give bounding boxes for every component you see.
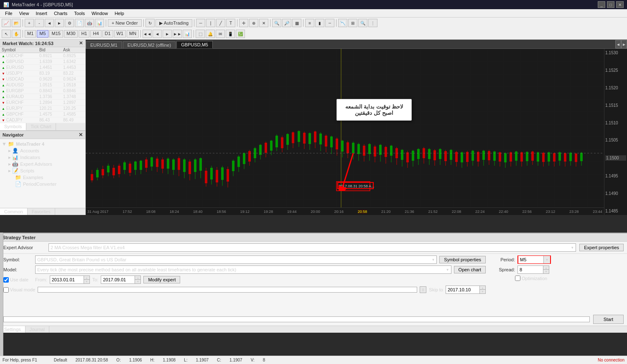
obj-button[interactable]: ⬚ xyxy=(196,30,205,38)
minimize-button[interactable]: _ xyxy=(598,1,605,8)
back-btn[interactable]: ◄◄ xyxy=(143,30,152,38)
period-field[interactable] xyxy=(518,256,543,263)
chart-back-button[interactable]: ◄ xyxy=(45,19,54,27)
zoom-in2-button[interactable]: 🔍 xyxy=(272,19,281,27)
line-chart-button[interactable]: ╌ xyxy=(325,19,334,27)
crosshair-button[interactable]: ✛ xyxy=(239,19,248,27)
modify-expert-button[interactable]: Modify expert xyxy=(143,276,180,283)
market-watch-row[interactable]: ▲ USDCHF 0.8921 0.8925 xyxy=(0,53,85,59)
expert-properties-button[interactable]: Expert properties xyxy=(579,244,624,251)
skip-to-input[interactable]: ▲ ▼ xyxy=(446,286,486,294)
tab-eurusd-m2[interactable]: EURUSD,M2 (offline) xyxy=(123,41,176,48)
ea-dropdown[interactable]: 2 MA Crosses Mega filter EA V1.ex4 ▼ xyxy=(48,243,576,252)
indicator2-button[interactable]: 📉 xyxy=(338,19,347,27)
skip-to-spinners[interactable]: ▲ ▼ xyxy=(479,286,485,293)
zoom-in-button[interactable]: + xyxy=(25,19,34,27)
open-button[interactable]: 📂 xyxy=(12,19,21,27)
nav-item-periodconverter[interactable]: 📄 PeriodConverter xyxy=(0,181,85,187)
nav-item-expert-advisors[interactable]: ▸ 🤖 Expert Advisors xyxy=(0,161,85,167)
period-d1[interactable]: D1 xyxy=(102,30,113,38)
new-order-button[interactable]: + New Order xyxy=(108,19,142,27)
tab-symbols[interactable]: Symbols xyxy=(0,123,26,130)
skip-to-up[interactable]: ▲ xyxy=(479,286,485,290)
skip-to-down[interactable]: ▼ xyxy=(479,290,485,293)
symbol-properties-button[interactable]: Symbol properties xyxy=(439,256,486,263)
period-w1[interactable]: W1 xyxy=(114,30,126,38)
trade-button[interactable]: 💹 xyxy=(236,30,245,38)
grid-button[interactable]: ▦ xyxy=(292,19,301,27)
menu-insert[interactable]: Insert xyxy=(32,10,51,17)
push-button[interactable]: 📱 xyxy=(226,30,235,38)
nav-item-accounts[interactable]: ▸ 👤 Accounts xyxy=(0,147,85,154)
market-watch-row[interactable]: ▲ GBPUSD 1.6339 1.6342 xyxy=(0,59,85,65)
from-date-input[interactable]: ▲ ▼ xyxy=(50,276,90,284)
menu-file[interactable]: File xyxy=(2,10,16,17)
expert-button[interactable]: 🤖 xyxy=(85,19,94,27)
menu-window[interactable]: Window xyxy=(88,10,111,17)
period-sep-button[interactable]: ⊞ xyxy=(348,19,357,27)
from-date-down[interactable]: ▼ xyxy=(84,280,89,283)
menu-help[interactable]: Help xyxy=(111,10,127,17)
period-h4[interactable]: H4 xyxy=(90,30,101,38)
symbol-dropdown[interactable]: GBPUSD, Great Britain Pound vs US Dollar… xyxy=(35,255,437,264)
delete-button[interactable]: ✕ xyxy=(259,19,268,27)
tab-gbpusd-m5[interactable]: GBPUSD,M5 xyxy=(176,41,213,48)
nav-item-metatrader-4[interactable]: ▼ 📁 MetaTrader 4 xyxy=(0,141,85,147)
chart-forward-button[interactable]: ► xyxy=(55,19,64,27)
period-m1[interactable]: M1 xyxy=(25,30,36,38)
autotrading-button[interactable]: ▶ AutoTrading xyxy=(155,19,193,27)
alert-button[interactable]: 🔔 xyxy=(206,30,215,38)
market-watch-row[interactable]: ▲ EURUSD 1.4451 1.4453 xyxy=(0,65,85,71)
market-watch-row[interactable]: ▼ USDJPY 83.19 83.22 xyxy=(0,71,85,76)
hand-button[interactable]: ✋ xyxy=(12,30,21,38)
bar-chart-button[interactable]: ≡ xyxy=(305,19,314,27)
market-watch-row[interactable]: ▲ EURGBP 0.8843 0.8846 xyxy=(0,88,85,94)
market-watch-row[interactable]: ▼ USDCAD 0.9620 0.9624 xyxy=(0,76,85,82)
market-watch-row[interactable]: ▲ GBPCHF 1.4575 1.4585 xyxy=(0,111,85,117)
trend-button[interactable]: ╱ xyxy=(216,19,225,27)
spread-input-container[interactable]: ▲ ▼ xyxy=(517,265,549,274)
template-button[interactable]: 📄 xyxy=(75,19,84,27)
to-date-field[interactable] xyxy=(101,276,135,283)
period-mn[interactable]: MN xyxy=(127,30,139,38)
new-chart-button[interactable]: 📈 xyxy=(2,19,11,27)
menu-view[interactable]: View xyxy=(16,10,33,17)
cursor-button[interactable]: ↖ xyxy=(2,30,11,38)
step-back[interactable]: ◄ xyxy=(153,30,162,38)
more-button[interactable]: ⋮ xyxy=(368,19,377,27)
text-button[interactable]: T xyxy=(226,19,235,27)
vol-button[interactable]: 📊 xyxy=(183,30,192,38)
period-input-container[interactable]: ▼ xyxy=(517,255,551,264)
candle-button[interactable]: ▮ xyxy=(315,19,324,27)
from-date-field[interactable] xyxy=(50,276,84,283)
spread-down[interactable]: ▼ xyxy=(543,270,549,273)
to-date-up[interactable]: ▲ xyxy=(135,276,140,280)
indicator-button[interactable]: 📊 xyxy=(95,19,104,27)
title-bar-controls[interactable]: _ □ ✕ xyxy=(598,1,624,8)
period-m5[interactable]: M5 xyxy=(37,30,48,38)
search-button[interactable]: 🔍 xyxy=(358,19,367,27)
from-date-spinners[interactable]: ▲ ▼ xyxy=(84,276,89,283)
market-watch-row[interactable]: ▲ AUDUSD 1.0515 1.0518 xyxy=(0,82,85,88)
fwd-btn[interactable]: ►► xyxy=(173,30,182,38)
open-chart-button[interactable]: Open chart xyxy=(454,266,486,273)
magnet-button[interactable]: ⊕ xyxy=(249,19,258,27)
market-watch-close[interactable]: ✕ xyxy=(79,40,83,46)
maximize-button[interactable]: □ xyxy=(607,1,614,8)
to-date-input[interactable]: ▲ ▼ xyxy=(101,276,141,284)
nav-item-examples[interactable]: 📁 Examples xyxy=(0,174,85,181)
email-button[interactable]: ✉ xyxy=(216,30,225,38)
period-m30[interactable]: M30 xyxy=(64,30,78,38)
line-button[interactable]: ─ xyxy=(196,19,205,27)
start-button[interactable]: Start xyxy=(593,315,624,324)
properties-button[interactable]: ⚙ xyxy=(65,19,74,27)
period-h1[interactable]: H1 xyxy=(79,30,89,38)
tab-common[interactable]: Common xyxy=(0,208,28,215)
step-fwd[interactable]: ► xyxy=(163,30,172,38)
spread-spinners[interactable]: ▲ ▼ xyxy=(543,266,549,273)
close-button[interactable]: ✕ xyxy=(616,1,624,8)
skip-to-field[interactable] xyxy=(446,286,479,293)
navigator-close[interactable]: ✕ xyxy=(79,132,83,138)
visual-mode-checkbox[interactable] xyxy=(3,287,9,293)
market-watch-row[interactable]: ▼ CADJPY 86.43 86.49 xyxy=(0,117,85,123)
